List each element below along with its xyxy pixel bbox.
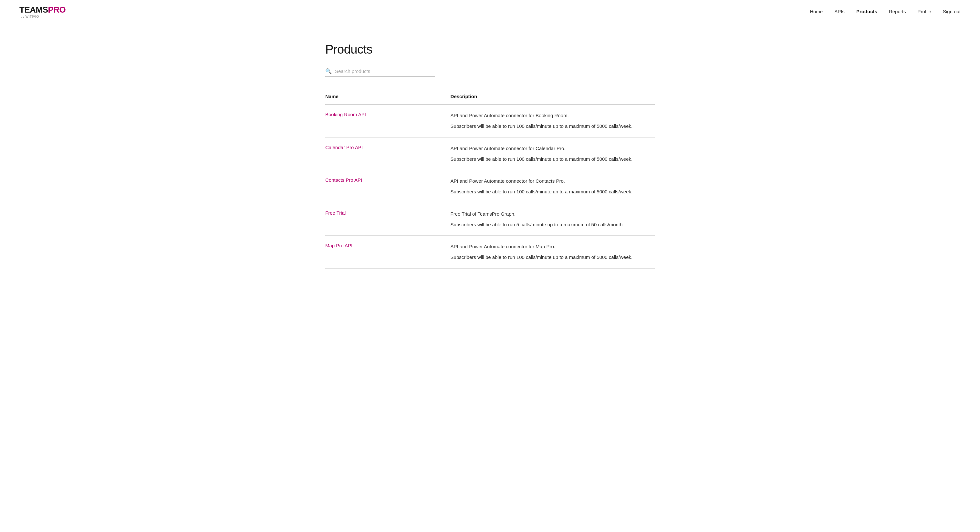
table-row: Map Pro APIAPI and Power Automate connec… [325, 236, 655, 268]
col-description: Description [450, 90, 655, 105]
product-desc-line2: Subscribers will be able to run 100 call… [450, 155, 655, 163]
product-desc-line1: Free Trial of TeamsPro Graph. [450, 210, 655, 218]
product-desc-line2: Subscribers will be able to run 100 call… [450, 188, 655, 195]
product-description-cell: API and Power Automate connector for Map… [450, 236, 655, 268]
product-name-link[interactable]: Free Trial [325, 210, 345, 216]
header: TEAMSPRO by WITIVIO Home APIs Products R… [0, 0, 980, 23]
product-desc-line2: Subscribers will be able to run 5 calls/… [450, 221, 655, 228]
nav-apis[interactable]: APIs [834, 9, 845, 14]
product-name-link[interactable]: Contacts Pro API [325, 177, 362, 183]
product-desc-line1: API and Power Automate connector for Boo… [450, 112, 655, 119]
product-name-cell: Contacts Pro API [325, 170, 450, 203]
col-name: Name [325, 90, 450, 105]
product-desc-line2: Subscribers will be able to run 100 call… [450, 122, 655, 130]
nav-products[interactable]: Products [856, 9, 877, 14]
logo-teams: TEAMS [19, 5, 48, 14]
product-name-link[interactable]: Calendar Pro API [325, 145, 363, 150]
product-desc-line1: API and Power Automate connector for Con… [450, 177, 655, 185]
nav-home[interactable]: Home [810, 9, 823, 14]
table-row: Free TrialFree Trial of TeamsPro Graph.S… [325, 203, 655, 236]
product-name-link[interactable]: Map Pro API [325, 243, 352, 248]
table-row: Booking Room APIAPI and Power Automate c… [325, 105, 655, 138]
nav-signout[interactable]: Sign out [943, 9, 961, 14]
main-content: Products 🔍 Name Description Booking Room… [312, 23, 668, 294]
products-table: Name Description Booking Room APIAPI and… [325, 90, 655, 268]
logo-link[interactable]: TEAMSPRO by WITIVIO [19, 5, 65, 18]
page-title: Products [325, 43, 655, 57]
table-row: Calendar Pro APIAPI and Power Automate c… [325, 137, 655, 170]
product-name-cell: Booking Room API [325, 105, 450, 138]
logo-by: by WITIVIO [21, 15, 39, 18]
product-desc-line1: API and Power Automate connector for Map… [450, 243, 655, 250]
product-name-link[interactable]: Booking Room API [325, 112, 366, 117]
search-icon: 🔍 [325, 68, 332, 74]
main-nav: Home APIs Products Reports Profile Sign … [810, 9, 961, 14]
product-desc-line2: Subscribers will be able to run 100 call… [450, 253, 655, 261]
product-description-cell: Free Trial of TeamsPro Graph.Subscribers… [450, 203, 655, 236]
table-header-row: Name Description [325, 90, 655, 105]
product-description-cell: API and Power Automate connector for Cal… [450, 137, 655, 170]
product-description-cell: API and Power Automate connector for Con… [450, 170, 655, 203]
product-desc-line1: API and Power Automate connector for Cal… [450, 145, 655, 152]
nav-reports[interactable]: Reports [889, 9, 906, 14]
product-name-cell: Calendar Pro API [325, 137, 450, 170]
product-name-cell: Map Pro API [325, 236, 450, 268]
search-input[interactable] [335, 68, 435, 74]
table-row: Contacts Pro APIAPI and Power Automate c… [325, 170, 655, 203]
product-description-cell: API and Power Automate connector for Boo… [450, 105, 655, 138]
product-name-cell: Free Trial [325, 203, 450, 236]
search-container: 🔍 [325, 68, 435, 77]
nav-profile[interactable]: Profile [917, 9, 931, 14]
logo-pro: PRO [48, 5, 66, 14]
